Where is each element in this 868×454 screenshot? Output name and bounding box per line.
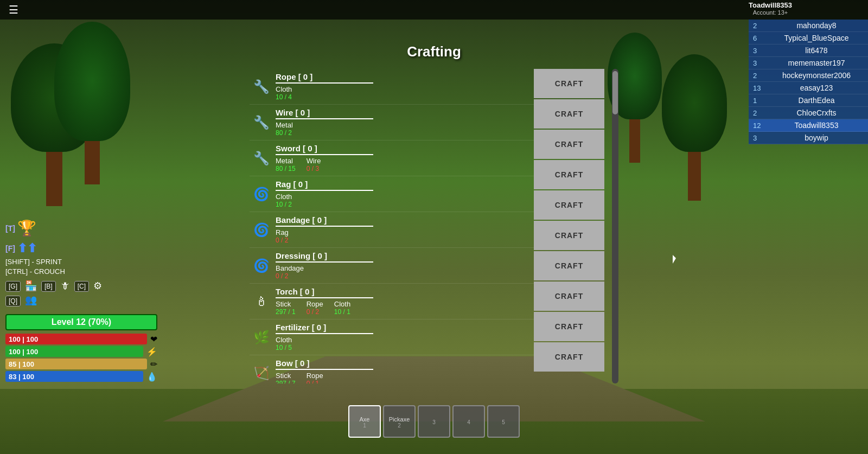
- craft-materials: Cloth 10 / 4: [276, 85, 534, 101]
- craft-button-3[interactable]: CRAFT: [534, 160, 604, 189]
- mat-count: 10 / 4: [276, 93, 292, 101]
- left-hud: [T] 🏆 [F] ⬆⬆ [SHIFT] - SPRINT [CTRL] - C…: [5, 217, 102, 306]
- craft-icon-3: 🌀: [250, 182, 273, 206]
- tree-right-1: [662, 54, 727, 201]
- craft-info-7: Fertilizer [ 0 ] Cloth 10 / 5: [276, 323, 534, 351]
- mat-count: 10 / 2: [276, 201, 292, 208]
- rank: 12: [753, 122, 769, 130]
- crafting-title: Crafting: [250, 43, 618, 60]
- mat-count: 10 / 5: [276, 344, 292, 351]
- craft-button-4[interactable]: CRAFT: [534, 190, 604, 220]
- craft-item-name: Bow [ 0 ]: [276, 359, 373, 370]
- hud-t-button[interactable]: [T] 🏆: [5, 219, 102, 237]
- craft-button-5[interactable]: CRAFT: [534, 221, 604, 250]
- stat-icon-3: 💧: [146, 372, 157, 382]
- mat-name: Rope: [307, 372, 323, 380]
- slot-num: 5: [502, 419, 505, 425]
- craft-icon-6: 🕯: [250, 290, 273, 314]
- mat-name: Cloth: [276, 193, 292, 201]
- q-key-wrapper: [Q] 👥: [5, 294, 102, 306]
- craft-material: Rope 0 / 1: [307, 372, 323, 383]
- player-name-lb: mahonday8: [769, 21, 864, 30]
- leaderboard-row: 3boywip: [749, 132, 868, 144]
- craft-materials: Rag 0 / 2: [276, 228, 534, 244]
- craft-row-6: 🕯 Torch [ 0 ] Stick 297 / 1 Rope 0 / 2 C…: [250, 284, 534, 319]
- slot-num: 1: [363, 423, 366, 429]
- leaderboard-row: 3lit6478: [749, 44, 868, 57]
- inventory-slot-2[interactable]: 3: [418, 405, 450, 438]
- b-key-icon[interactable]: [B]: [41, 281, 56, 291]
- slot-num: 4: [467, 419, 470, 425]
- mat-count: 297 / 1: [276, 308, 296, 316]
- mat-count: 0 / 1: [307, 380, 323, 383]
- leaderboard-row: 2hockeymonster2006: [749, 69, 868, 82]
- craft-info-2: Sword [ 0 ] Metal 80 / 15 Wire 0 / 3: [276, 144, 534, 172]
- leaderboard-row: 2ChloeCrxfts: [749, 107, 868, 119]
- craft-row-0: 🔧 Rope [ 0 ] Cloth 10 / 4: [250, 69, 534, 105]
- inventory-slot-0[interactable]: Axe1: [348, 405, 381, 438]
- mat-name: Wire: [307, 157, 321, 165]
- craft-button-1[interactable]: CRAFT: [534, 99, 604, 129]
- craft-button-7[interactable]: CRAFT: [534, 282, 604, 311]
- craft-materials: Stick 297 / 7 Rope 0 / 1: [276, 372, 534, 383]
- craft-button-0[interactable]: CRAFT: [534, 69, 604, 98]
- level-bar: Level 12 (70%): [5, 314, 157, 330]
- mat-name: Metal: [276, 121, 293, 129]
- craft-row-1: 🔧 Wire [ 0 ] Metal 80 / 2: [250, 105, 534, 140]
- craft-item-name: Bandage [ 0 ]: [276, 215, 373, 227]
- stat-bar-inner: 100 | 100: [5, 346, 143, 357]
- craft-button-9[interactable]: CRAFT: [534, 342, 604, 372]
- hud-f-button[interactable]: [F] ⬆⬆: [5, 241, 102, 255]
- player-name: Toadwill8353: [749, 1, 792, 9]
- inventory-slot-1[interactable]: Pickaxe2: [383, 405, 416, 438]
- craft-materials: Bandage 0 / 2: [276, 264, 534, 280]
- craft-info-4: Bandage [ 0 ] Rag 0 / 2: [276, 215, 534, 244]
- craft-info-0: Rope [ 0 ] Cloth 10 / 4: [276, 72, 534, 101]
- g-key-icon[interactable]: [G]: [5, 281, 21, 291]
- craft-material: Cloth 10 / 5: [276, 336, 292, 351]
- craft-materials: Stick 297 / 1 Rope 0 / 2 Cloth 10 / 1: [276, 300, 534, 316]
- c-key-icon[interactable]: [C]: [74, 281, 89, 291]
- craft-icon-7: 🌿: [250, 325, 273, 349]
- stat-bar-1: 100 | 100⚡: [5, 346, 157, 357]
- craft-row-5: 🌀 Dressing [ 0 ] Bandage 0 / 2: [250, 248, 534, 284]
- craft-row-7: 🌿 Fertilizer [ 0 ] Cloth 10 / 5: [250, 319, 534, 355]
- boost-icon: ⬆⬆: [17, 241, 37, 255]
- craft-icon-5: 🌀: [250, 254, 273, 278]
- inventory-bar: Axe1Pickaxe2345: [348, 405, 520, 438]
- rank: 2: [753, 72, 769, 80]
- craft-row-3: 🌀 Rag [ 0 ] Cloth 10 / 2: [250, 176, 534, 212]
- craft-buttons: CRAFTCRAFTCRAFTCRAFTCRAFTCRAFTCRAFTCRAFT…: [534, 69, 610, 383]
- craft-button-2[interactable]: CRAFT: [534, 130, 604, 159]
- leaderboard-row: 6Typical_BlueSpace: [749, 32, 868, 44]
- craft-materials: Cloth 10 / 2: [276, 193, 534, 208]
- stat-icon-1: ⚡: [146, 347, 157, 357]
- craft-info-1: Wire [ 0 ] Metal 80 / 2: [276, 108, 534, 137]
- craft-button-6[interactable]: CRAFT: [534, 251, 604, 280]
- rank: 2: [753, 22, 769, 30]
- mat-count: 0 / 2: [276, 272, 304, 280]
- rank: 3: [753, 134, 769, 142]
- scrollbar-thumb[interactable]: [612, 71, 618, 114]
- craft-button-8[interactable]: CRAFT: [534, 312, 604, 341]
- mat-name: Rag: [276, 228, 289, 236]
- bottom-keys: [G] 🏪 [B] 🗡 [C] ⚙: [5, 280, 102, 292]
- player-name-lb: Typical_BlueSpace: [769, 34, 864, 42]
- t-key: [T]: [5, 224, 15, 233]
- player-name-lb: Toadwill8353: [769, 121, 864, 130]
- mat-name: Cloth: [276, 336, 292, 344]
- rank: 3: [753, 59, 769, 67]
- craft-material: Rag 0 / 2: [276, 228, 289, 244]
- leaderboard-row: 1DarthEdea: [749, 94, 868, 107]
- rank: 3: [753, 47, 769, 55]
- leaderboard-row: 13easay123: [749, 82, 868, 94]
- scrollbar-track[interactable]: [612, 69, 618, 383]
- inventory-slot-4[interactable]: 5: [487, 405, 520, 438]
- player-account: Account: 13+: [749, 9, 792, 16]
- craft-material: Cloth 10 / 1: [334, 300, 350, 316]
- player-name-lb: ChloeCrxfts: [769, 108, 864, 117]
- menu-icon[interactable]: ☰: [9, 3, 18, 16]
- f-key: [F]: [5, 244, 15, 253]
- inventory-slot-3[interactable]: 4: [452, 405, 485, 438]
- gear-icon: ⚙: [93, 280, 102, 292]
